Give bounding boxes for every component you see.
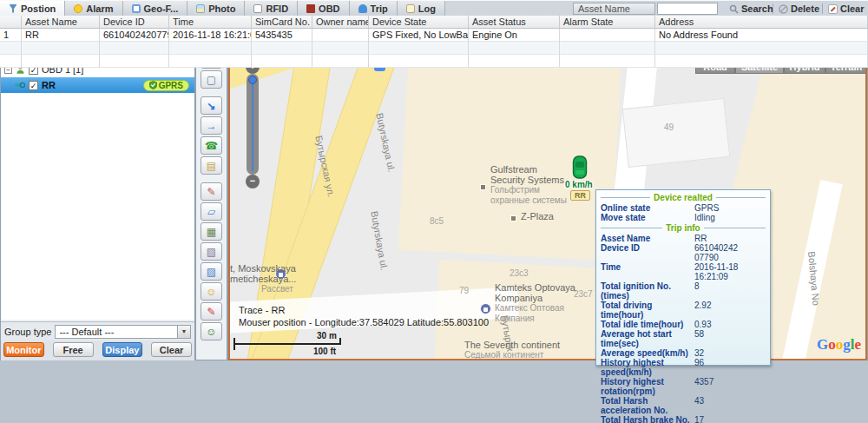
cell-alarm-state — [560, 29, 655, 42]
delete-icon — [779, 4, 788, 14]
cell-address: No Address Found — [655, 29, 868, 42]
tab-postion[interactable]: Postion — [0, 1, 65, 16]
popup-row-move-state: Move stateIdling — [601, 213, 766, 222]
asset-filter-input[interactable] — [657, 3, 718, 15]
clear-output-button[interactable]: Clear — [825, 2, 868, 16]
col-simcard[interactable]: SimCard No. — [252, 16, 312, 29]
popup-row-hot-start: Average hot start time(sec)58 — [601, 329, 766, 348]
cell-asset-status: Engine On — [469, 29, 560, 42]
popup-value: Idling — [694, 213, 764, 222]
arrow-right-icon: → — [207, 121, 217, 131]
map-panel: Google Map Trace Asset Name: RR Time: 20… — [227, 29, 868, 360]
table-row[interactable]: 1 RR 66104024207790 2016-11-18 16:21:04 … — [0, 29, 868, 42]
tab-geofence-bottom[interactable]: Geo-F... — [123, 1, 188, 16]
search-button-label: Search — [741, 3, 773, 14]
building-number-49: 49 — [664, 122, 674, 132]
cmd-grid-button[interactable]: ▦ — [201, 222, 222, 241]
popup-value: GPRS — [694, 203, 764, 213]
poi-marker-gulfstream[interactable] — [480, 184, 486, 190]
data-table: Asset Name Device ID Time SimCard No. Ow… — [0, 16, 868, 63]
cmd-driver-button[interactable]: ☺ — [201, 282, 222, 301]
vehicle-name-tag[interactable]: RR — [570, 190, 590, 201]
table-header-row: Asset Name Device ID Time SimCard No. Ow… — [0, 16, 868, 29]
group-type-value: --- Default --- — [59, 327, 114, 337]
poi-zplaza: Z-Plaza — [521, 211, 554, 221]
tab-alarm[interactable]: Alarm — [65, 1, 122, 16]
asset-checkbox[interactable]: ✓ — [29, 81, 38, 90]
geofence-map-icon — [132, 4, 141, 13]
monitor-button[interactable]: Monitor — [3, 342, 44, 357]
popup-value: 2.92 — [694, 301, 764, 320]
task-list-icon: ▧ — [207, 247, 216, 257]
poi-gulfstream-sub1: Гольфстрим — [490, 185, 567, 195]
cmd-task-button[interactable]: ▧ — [201, 242, 222, 261]
tree-asset-row[interactable]: ✓ RR GPRS — [1, 77, 194, 93]
street-label-butyrskaya-en-mid: Butyrskaya ul. — [369, 210, 390, 271]
col-device-state[interactable]: Device State — [369, 16, 469, 29]
polygon-icon: ▱ — [207, 207, 215, 217]
group-type-dropdown-arrow[interactable]: ▼ — [177, 326, 190, 338]
col-index[interactable] — [0, 16, 22, 29]
col-time[interactable]: Time — [169, 16, 252, 29]
tab-obd[interactable]: OBD — [298, 1, 349, 16]
building-number-23c3: 23c3 — [510, 268, 529, 278]
obd-plug-icon — [306, 4, 315, 13]
search-button[interactable]: Search — [726, 2, 777, 16]
cmd-paint-button[interactable]: ✎ — [201, 302, 222, 321]
cmd-report-button[interactable]: ▤ — [201, 156, 222, 175]
cmd-polygon-button[interactable]: ▱ — [201, 202, 222, 221]
tab-rfid[interactable]: RFID — [245, 1, 298, 16]
poi-moskovskaya: t, Moskovskaya meticheskaya... Рассвет — [230, 263, 296, 294]
poi-kamteks-sub2: Компания — [495, 314, 575, 324]
free-button[interactable]: Free — [53, 342, 94, 357]
cmd-region-button[interactable]: ▨ — [201, 262, 222, 281]
cmd-send-down-button[interactable]: ↘ — [201, 96, 222, 115]
tab-photo[interactable]: Photo — [187, 1, 245, 16]
popup-row-harsh-brake: Total Harsh brake No.(times)17 — [601, 415, 766, 423]
cmd-edit-button[interactable]: ✎ — [201, 182, 222, 201]
poi-kamteks-line2: Kompaniya — [495, 293, 575, 303]
popup-row-highest-speed: History highest speed(km/h)96 — [601, 358, 766, 377]
tab-log[interactable]: Log — [398, 1, 445, 16]
building-number-8c5: 8c5 — [430, 216, 444, 226]
cmd-call-button[interactable]: ☎ — [201, 136, 222, 155]
scale-feet-label: 100 ft — [313, 347, 336, 356]
tab-obd-label: OBD — [319, 3, 339, 14]
cmd-panel: Cmd ▣ ▢ ↘ → ☎ ▤ ✎ ▱ ▦ ▧ ▨ ☺ ✎ ☺ — [195, 29, 227, 360]
col-alarm-state[interactable]: Alarm State — [560, 16, 655, 29]
col-asset-status[interactable]: Asset Status — [469, 16, 560, 29]
display-button[interactable]: Display — [102, 342, 143, 357]
delete-button[interactable]: Delete — [775, 2, 823, 16]
col-device-id[interactable]: Device ID — [100, 16, 169, 29]
tab-photo-label: Photo — [208, 3, 235, 14]
cell-simcard: 5435435 — [252, 29, 312, 42]
zoom-out-button[interactable]: − — [246, 175, 260, 188]
cmd-send-button[interactable]: → — [201, 116, 222, 135]
poi-marker-zplaza[interactable] — [510, 215, 516, 221]
col-address[interactable]: Address — [655, 16, 868, 29]
tab-rfid-label: RFID — [266, 3, 288, 14]
vehicle-speed-label: 0 km/h — [565, 180, 593, 189]
building-49 — [622, 98, 730, 168]
popup-row-highest-rotation: History highest rotation(rpm)4357 — [601, 377, 766, 396]
map-zoom-control: + − — [244, 60, 261, 188]
zoom-slider-knob[interactable] — [248, 76, 257, 84]
cmd-user-button[interactable]: ☺ — [201, 322, 222, 340]
clear-button[interactable]: Clear — [151, 342, 192, 357]
zoom-slider-line — [252, 77, 253, 171]
cell-time: 2016-11-18 16:21:04 — [169, 29, 252, 42]
asset-filter-field[interactable]: Asset Name — [573, 3, 655, 15]
scale-tick-right — [339, 338, 341, 345]
col-asset-name[interactable]: Asset Name — [22, 16, 100, 29]
tab-trip[interactable]: Trip — [350, 1, 398, 16]
cmd-info-window-button[interactable]: ▢ — [201, 70, 222, 89]
popup-label: Time — [601, 262, 694, 281]
popup-label: Total idle time(hour) — [601, 320, 694, 329]
popup-label: Total ignition No.(times) — [601, 281, 694, 301]
eraser-icon — [828, 4, 838, 14]
vehicle-marker[interactable] — [572, 155, 588, 179]
col-owner[interactable]: Owner name — [312, 16, 369, 29]
group-type-select[interactable]: --- Default --- ▼ — [55, 325, 191, 339]
poi-gulfstream-line1: Gulfstream — [490, 164, 567, 175]
scale-line — [233, 343, 341, 345]
